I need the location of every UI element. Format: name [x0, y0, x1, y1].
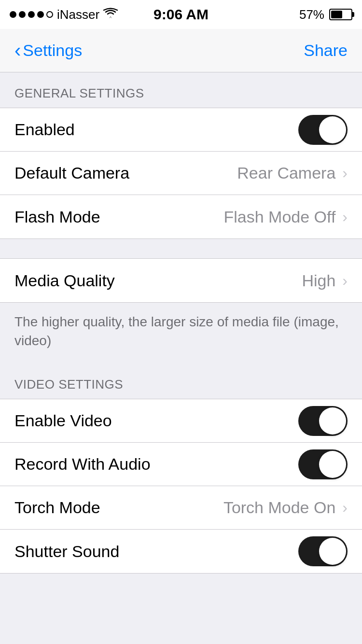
- default-camera-label: Default Camera: [14, 164, 129, 182]
- record-audio-row: Record With Audio: [0, 443, 362, 486]
- carrier-name: iNasser: [57, 7, 99, 22]
- default-camera-chevron-icon: ›: [342, 164, 348, 182]
- enabled-toggle[interactable]: [298, 115, 348, 145]
- default-camera-right: Rear Camera ›: [237, 164, 348, 182]
- status-right: 57%: [299, 7, 352, 22]
- torch-mode-right: Torch Mode On ›: [223, 498, 348, 517]
- signal-dots: [10, 11, 53, 18]
- torch-mode-label: Torch Mode: [14, 498, 100, 517]
- nav-bar: ‹ Settings Share: [0, 29, 362, 72]
- battery-icon: [329, 9, 352, 20]
- general-settings-header: GENERAL SETTINGS: [0, 72, 362, 108]
- enabled-toggle-knob: [319, 116, 346, 143]
- media-quality-right: High ›: [302, 271, 348, 290]
- record-audio-toggle[interactable]: [298, 449, 348, 479]
- torch-mode-row[interactable]: Torch Mode Torch Mode On ›: [0, 486, 362, 530]
- shutter-sound-toggle-container: [298, 536, 348, 566]
- signal-dot-5: [46, 11, 53, 18]
- status-left: iNasser: [10, 7, 118, 22]
- spacer-1: [0, 239, 362, 258]
- share-button[interactable]: Share: [304, 41, 348, 60]
- media-quality-description: The higher quality, the larger size of m…: [0, 303, 362, 364]
- enable-video-toggle-knob: [319, 407, 346, 434]
- shutter-sound-toggle[interactable]: [298, 536, 348, 566]
- status-time: 9:06 AM: [153, 6, 209, 23]
- enable-video-toggle[interactable]: [298, 406, 348, 436]
- status-bar: iNasser 9:06 AM 57%: [0, 0, 362, 29]
- general-settings-group: Enabled Default Camera Rear Camera › Fla…: [0, 108, 362, 239]
- shutter-sound-row: Shutter Sound: [0, 530, 362, 573]
- media-quality-chevron-icon: ›: [342, 272, 348, 290]
- record-audio-toggle-knob: [319, 451, 346, 478]
- flash-mode-label: Flash Mode: [14, 208, 100, 226]
- default-camera-value: Rear Camera: [237, 164, 335, 182]
- torch-mode-chevron-icon: ›: [342, 499, 348, 517]
- video-settings-group: Enable Video Record With Audio Torch Mod…: [0, 399, 362, 574]
- enabled-row: Enabled: [0, 108, 362, 152]
- enable-video-toggle-container: [298, 406, 348, 436]
- media-quality-value: High: [302, 271, 335, 290]
- media-quality-group: Media Quality High ›: [0, 258, 362, 303]
- flash-mode-row[interactable]: Flash Mode Flash Mode Off ›: [0, 195, 362, 238]
- signal-dot-2: [19, 11, 26, 18]
- enabled-toggle-container: [298, 115, 348, 145]
- battery-percentage: 57%: [299, 7, 324, 22]
- wifi-icon: [103, 8, 118, 21]
- media-quality-row[interactable]: Media Quality High ›: [0, 259, 362, 302]
- shutter-sound-toggle-knob: [319, 538, 346, 565]
- enabled-label: Enabled: [14, 120, 75, 139]
- flash-mode-chevron-icon: ›: [342, 208, 348, 226]
- signal-dot-1: [10, 11, 16, 18]
- back-chevron-icon: ‹: [14, 41, 21, 60]
- signal-dot-4: [37, 11, 44, 18]
- shutter-sound-label: Shutter Sound: [14, 542, 119, 561]
- battery-fill: [331, 11, 342, 18]
- flash-mode-right: Flash Mode Off ›: [224, 208, 348, 226]
- spacer-bottom: [0, 574, 362, 593]
- back-button[interactable]: ‹ Settings: [14, 41, 82, 60]
- torch-mode-value: Torch Mode On: [223, 498, 335, 517]
- signal-dot-3: [28, 11, 35, 18]
- video-settings-header: VIDEO SETTINGS: [0, 364, 362, 399]
- flash-mode-value: Flash Mode Off: [224, 208, 336, 226]
- record-audio-label: Record With Audio: [14, 455, 151, 474]
- enable-video-label: Enable Video: [14, 411, 112, 430]
- enable-video-row: Enable Video: [0, 399, 362, 443]
- default-camera-row[interactable]: Default Camera Rear Camera ›: [0, 152, 362, 195]
- record-audio-toggle-container: [298, 449, 348, 479]
- media-quality-label: Media Quality: [14, 271, 115, 290]
- back-label: Settings: [23, 41, 82, 60]
